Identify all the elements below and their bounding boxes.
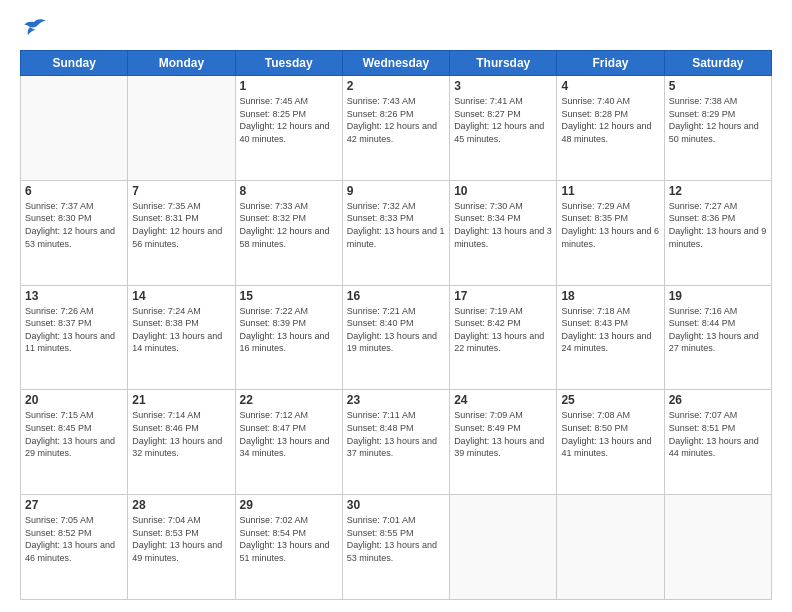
day-info: Sunrise: 7:38 AM Sunset: 8:29 PM Dayligh… (669, 95, 767, 145)
day-cell: 1Sunrise: 7:45 AM Sunset: 8:25 PM Daylig… (235, 76, 342, 181)
day-number: 24 (454, 393, 552, 407)
day-cell (21, 76, 128, 181)
day-info: Sunrise: 7:43 AM Sunset: 8:26 PM Dayligh… (347, 95, 445, 145)
day-number: 27 (25, 498, 123, 512)
weekday-header-saturday: Saturday (664, 51, 771, 76)
day-number: 13 (25, 289, 123, 303)
day-cell: 15Sunrise: 7:22 AM Sunset: 8:39 PM Dayli… (235, 285, 342, 390)
day-cell: 3Sunrise: 7:41 AM Sunset: 8:27 PM Daylig… (450, 76, 557, 181)
weekday-header-tuesday: Tuesday (235, 51, 342, 76)
day-cell: 29Sunrise: 7:02 AM Sunset: 8:54 PM Dayli… (235, 495, 342, 600)
day-info: Sunrise: 7:15 AM Sunset: 8:45 PM Dayligh… (25, 409, 123, 459)
day-info: Sunrise: 7:40 AM Sunset: 8:28 PM Dayligh… (561, 95, 659, 145)
day-number: 4 (561, 79, 659, 93)
day-number: 2 (347, 79, 445, 93)
day-cell: 23Sunrise: 7:11 AM Sunset: 8:48 PM Dayli… (342, 390, 449, 495)
day-number: 23 (347, 393, 445, 407)
day-info: Sunrise: 7:37 AM Sunset: 8:30 PM Dayligh… (25, 200, 123, 250)
day-cell: 5Sunrise: 7:38 AM Sunset: 8:29 PM Daylig… (664, 76, 771, 181)
day-cell: 9Sunrise: 7:32 AM Sunset: 8:33 PM Daylig… (342, 180, 449, 285)
day-number: 8 (240, 184, 338, 198)
day-number: 6 (25, 184, 123, 198)
weekday-header-row: SundayMondayTuesdayWednesdayThursdayFrid… (21, 51, 772, 76)
day-cell: 24Sunrise: 7:09 AM Sunset: 8:49 PM Dayli… (450, 390, 557, 495)
day-cell: 26Sunrise: 7:07 AM Sunset: 8:51 PM Dayli… (664, 390, 771, 495)
day-number: 14 (132, 289, 230, 303)
day-info: Sunrise: 7:29 AM Sunset: 8:35 PM Dayligh… (561, 200, 659, 250)
day-cell: 8Sunrise: 7:33 AM Sunset: 8:32 PM Daylig… (235, 180, 342, 285)
day-cell: 18Sunrise: 7:18 AM Sunset: 8:43 PM Dayli… (557, 285, 664, 390)
day-number: 15 (240, 289, 338, 303)
day-number: 22 (240, 393, 338, 407)
day-cell (664, 495, 771, 600)
week-row-1: 1Sunrise: 7:45 AM Sunset: 8:25 PM Daylig… (21, 76, 772, 181)
day-info: Sunrise: 7:04 AM Sunset: 8:53 PM Dayligh… (132, 514, 230, 564)
day-cell: 4Sunrise: 7:40 AM Sunset: 8:28 PM Daylig… (557, 76, 664, 181)
day-info: Sunrise: 7:26 AM Sunset: 8:37 PM Dayligh… (25, 305, 123, 355)
day-number: 11 (561, 184, 659, 198)
day-cell: 30Sunrise: 7:01 AM Sunset: 8:55 PM Dayli… (342, 495, 449, 600)
weekday-header-sunday: Sunday (21, 51, 128, 76)
day-number: 25 (561, 393, 659, 407)
day-info: Sunrise: 7:32 AM Sunset: 8:33 PM Dayligh… (347, 200, 445, 250)
weekday-header-friday: Friday (557, 51, 664, 76)
weekday-header-thursday: Thursday (450, 51, 557, 76)
day-cell: 11Sunrise: 7:29 AM Sunset: 8:35 PM Dayli… (557, 180, 664, 285)
week-row-2: 6Sunrise: 7:37 AM Sunset: 8:30 PM Daylig… (21, 180, 772, 285)
logo-bird-icon (20, 18, 48, 40)
day-number: 21 (132, 393, 230, 407)
day-cell: 14Sunrise: 7:24 AM Sunset: 8:38 PM Dayli… (128, 285, 235, 390)
day-info: Sunrise: 7:24 AM Sunset: 8:38 PM Dayligh… (132, 305, 230, 355)
day-info: Sunrise: 7:22 AM Sunset: 8:39 PM Dayligh… (240, 305, 338, 355)
day-cell: 16Sunrise: 7:21 AM Sunset: 8:40 PM Dayli… (342, 285, 449, 390)
day-info: Sunrise: 7:27 AM Sunset: 8:36 PM Dayligh… (669, 200, 767, 250)
day-info: Sunrise: 7:33 AM Sunset: 8:32 PM Dayligh… (240, 200, 338, 250)
day-info: Sunrise: 7:05 AM Sunset: 8:52 PM Dayligh… (25, 514, 123, 564)
day-number: 18 (561, 289, 659, 303)
day-cell: 12Sunrise: 7:27 AM Sunset: 8:36 PM Dayli… (664, 180, 771, 285)
day-info: Sunrise: 7:45 AM Sunset: 8:25 PM Dayligh… (240, 95, 338, 145)
day-info: Sunrise: 7:14 AM Sunset: 8:46 PM Dayligh… (132, 409, 230, 459)
day-number: 10 (454, 184, 552, 198)
day-info: Sunrise: 7:09 AM Sunset: 8:49 PM Dayligh… (454, 409, 552, 459)
day-cell: 25Sunrise: 7:08 AM Sunset: 8:50 PM Dayli… (557, 390, 664, 495)
day-number: 17 (454, 289, 552, 303)
day-number: 7 (132, 184, 230, 198)
day-info: Sunrise: 7:12 AM Sunset: 8:47 PM Dayligh… (240, 409, 338, 459)
header (20, 18, 772, 40)
weekday-header-wednesday: Wednesday (342, 51, 449, 76)
logo (20, 18, 52, 40)
week-row-5: 27Sunrise: 7:05 AM Sunset: 8:52 PM Dayli… (21, 495, 772, 600)
day-cell: 17Sunrise: 7:19 AM Sunset: 8:42 PM Dayli… (450, 285, 557, 390)
day-cell: 27Sunrise: 7:05 AM Sunset: 8:52 PM Dayli… (21, 495, 128, 600)
day-number: 29 (240, 498, 338, 512)
day-info: Sunrise: 7:11 AM Sunset: 8:48 PM Dayligh… (347, 409, 445, 459)
day-info: Sunrise: 7:18 AM Sunset: 8:43 PM Dayligh… (561, 305, 659, 355)
day-cell: 22Sunrise: 7:12 AM Sunset: 8:47 PM Dayli… (235, 390, 342, 495)
day-cell: 2Sunrise: 7:43 AM Sunset: 8:26 PM Daylig… (342, 76, 449, 181)
day-cell: 19Sunrise: 7:16 AM Sunset: 8:44 PM Dayli… (664, 285, 771, 390)
day-info: Sunrise: 7:30 AM Sunset: 8:34 PM Dayligh… (454, 200, 552, 250)
day-info: Sunrise: 7:07 AM Sunset: 8:51 PM Dayligh… (669, 409, 767, 459)
day-cell: 20Sunrise: 7:15 AM Sunset: 8:45 PM Dayli… (21, 390, 128, 495)
day-number: 9 (347, 184, 445, 198)
day-number: 1 (240, 79, 338, 93)
day-info: Sunrise: 7:19 AM Sunset: 8:42 PM Dayligh… (454, 305, 552, 355)
day-number: 28 (132, 498, 230, 512)
day-number: 30 (347, 498, 445, 512)
day-cell: 7Sunrise: 7:35 AM Sunset: 8:31 PM Daylig… (128, 180, 235, 285)
day-info: Sunrise: 7:02 AM Sunset: 8:54 PM Dayligh… (240, 514, 338, 564)
day-cell (450, 495, 557, 600)
weekday-header-monday: Monday (128, 51, 235, 76)
day-cell: 13Sunrise: 7:26 AM Sunset: 8:37 PM Dayli… (21, 285, 128, 390)
day-number: 19 (669, 289, 767, 303)
day-number: 26 (669, 393, 767, 407)
day-info: Sunrise: 7:21 AM Sunset: 8:40 PM Dayligh… (347, 305, 445, 355)
day-cell (128, 76, 235, 181)
week-row-3: 13Sunrise: 7:26 AM Sunset: 8:37 PM Dayli… (21, 285, 772, 390)
day-info: Sunrise: 7:16 AM Sunset: 8:44 PM Dayligh… (669, 305, 767, 355)
page: SundayMondayTuesdayWednesdayThursdayFrid… (0, 0, 792, 612)
week-row-4: 20Sunrise: 7:15 AM Sunset: 8:45 PM Dayli… (21, 390, 772, 495)
calendar-table: SundayMondayTuesdayWednesdayThursdayFrid… (20, 50, 772, 600)
day-cell: 10Sunrise: 7:30 AM Sunset: 8:34 PM Dayli… (450, 180, 557, 285)
